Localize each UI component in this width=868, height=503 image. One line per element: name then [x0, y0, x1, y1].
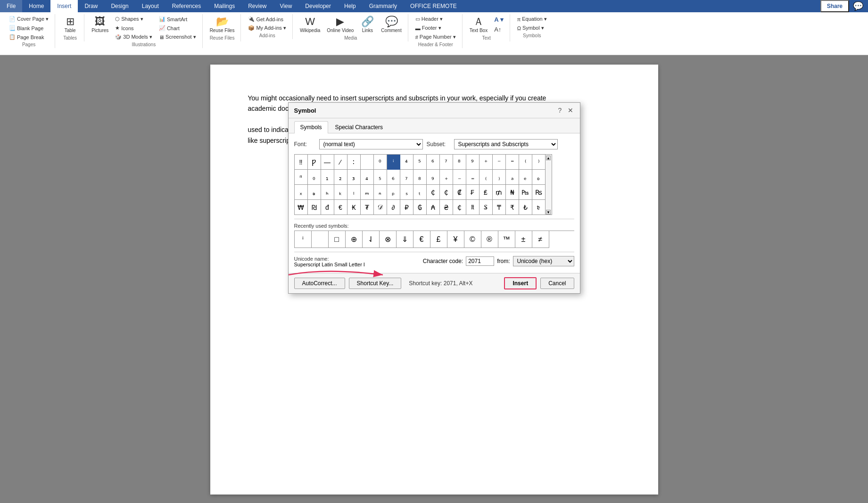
symbol-cell[interactable]: ₗ: [347, 185, 361, 200]
text-box-button[interactable]: Ａ Text Box: [467, 15, 490, 34]
symbol-cell[interactable]: ⁼: [506, 155, 519, 170]
symbol-cell[interactable]: ₈: [413, 170, 427, 185]
comment-button[interactable]: 💬 Comment: [379, 15, 404, 34]
symbol-cell[interactable]: đ: [321, 200, 334, 215]
smartart-button[interactable]: 📊 SmartArt: [157, 15, 198, 23]
symbol-cell-selected[interactable]: ⁱ: [387, 155, 400, 170]
symbol-cell[interactable]: ₑ: [519, 170, 532, 185]
recent-symbol-cell[interactable]: ⊗: [380, 231, 397, 248]
recent-symbol-cell[interactable]: [312, 231, 329, 248]
symbol-cell[interactable]: ₲: [413, 200, 427, 215]
recent-symbol-cell[interactable]: ⁱ: [295, 231, 312, 248]
symbol-cell[interactable]: ₨: [532, 185, 546, 200]
symbol-cell[interactable]: ₩: [295, 200, 308, 215]
symbol-cell[interactable]: ₙ: [374, 185, 387, 200]
reuse-files-button[interactable]: 📂 Reuse Files: [207, 15, 237, 34]
3d-models-button[interactable]: 🎲 3D Models ▾: [113, 33, 155, 41]
recent-symbol-cell[interactable]: £: [430, 231, 447, 248]
subset-select[interactable]: Superscripts and Subscripts: [454, 139, 558, 149]
online-video-button[interactable]: ▶ Online Video: [324, 15, 356, 34]
recent-symbol-cell[interactable]: ±: [515, 231, 532, 248]
symbol-cell[interactable]: ⁴: [400, 155, 413, 170]
symbol-cell[interactable]: ∕: [334, 155, 347, 170]
tab-grammarly[interactable]: Grammarly: [363, 0, 404, 12]
symbol-cell[interactable]: ₛ: [400, 185, 413, 200]
symbol-cell[interactable]: ⁸: [453, 155, 466, 170]
links-button[interactable]: 🔗 Links: [358, 15, 377, 34]
shapes-button[interactable]: ⬡ Shapes ▾: [113, 15, 155, 23]
dialog-tab-special-chars[interactable]: Special Characters: [329, 121, 389, 133]
symbol-cell[interactable]: ₋: [453, 170, 466, 185]
symbol-cell[interactable]: ₵: [453, 200, 466, 215]
symbol-cell[interactable]: ₦: [506, 185, 519, 200]
equation-button[interactable]: π Equation ▾: [515, 15, 549, 23]
dialog-close-button[interactable]: ✕: [567, 107, 574, 114]
tab-file[interactable]: File: [0, 0, 22, 12]
symbol-cell[interactable]: ⁷: [440, 155, 453, 170]
symbol-cell[interactable]: ₄: [361, 170, 374, 185]
symbol-cell[interactable]: ₭: [347, 200, 361, 215]
symbol-cell[interactable]: ₸: [493, 200, 506, 215]
symbol-cell[interactable]: ₺: [519, 200, 532, 215]
symbol-cell[interactable]: ⁰: [374, 155, 387, 170]
symbol-cell[interactable]: ₎: [493, 170, 506, 185]
footer-button[interactable]: ▬ Footer ▾: [413, 24, 458, 32]
symbol-cell[interactable]: [361, 155, 374, 170]
symbol-cell[interactable]: ₴: [440, 200, 453, 215]
autocorrect-button[interactable]: AutoCorrect...: [294, 278, 345, 289]
symbol-cell[interactable]: ⁾: [532, 155, 546, 170]
chart-button[interactable]: 📈 Chart: [157, 24, 198, 32]
dialog-help-button[interactable]: ?: [556, 107, 564, 114]
scroll-down-button[interactable]: ▼: [546, 210, 551, 214]
symbol-cell[interactable]: ₅: [374, 170, 387, 185]
symbol-cell[interactable]: ⁿ: [295, 170, 308, 185]
symbol-cell[interactable]: ₹: [506, 200, 519, 215]
recent-symbol-cell[interactable]: ™: [498, 231, 515, 248]
recent-symbol-cell[interactable]: □: [329, 231, 346, 248]
tab-layout[interactable]: Layout: [135, 0, 165, 12]
symbol-cell[interactable]: ∂: [387, 200, 400, 215]
symbol-cell[interactable]: ₤: [479, 185, 493, 200]
symbol-cell[interactable]: ₥: [493, 185, 506, 200]
font-select[interactable]: (normal text): [319, 139, 423, 149]
recent-symbol-cell[interactable]: €: [413, 231, 430, 248]
recent-symbol-cell[interactable]: ≠: [532, 231, 549, 248]
cancel-button[interactable]: Cancel: [540, 278, 574, 289]
symbol-cell[interactable]: ₡: [453, 185, 466, 200]
symbol-cell[interactable]: ₧: [519, 185, 532, 200]
tab-references[interactable]: References: [165, 0, 207, 12]
symbol-cell[interactable]: ₳: [427, 200, 440, 215]
wikipedia-button[interactable]: W Wikipedia: [298, 15, 322, 34]
page-break-button[interactable]: 📋 Page Break: [7, 33, 51, 41]
symbol-cell[interactable]: ₆: [387, 170, 400, 185]
symbol-cell[interactable]: 𝒟: [374, 200, 387, 215]
symbol-cell[interactable]: ₽: [400, 200, 413, 215]
screenshot-button[interactable]: 🖥 Screenshot ▾: [157, 33, 198, 41]
symbol-cell[interactable]: —: [321, 155, 334, 170]
symbol-cell[interactable]: ⁽: [519, 155, 532, 170]
tab-review[interactable]: Review: [241, 0, 273, 12]
recent-symbol-cell[interactable]: ¥: [447, 231, 464, 248]
symbol-grid-scrollbar[interactable]: ▲ ▼: [546, 154, 552, 215]
tab-home[interactable]: Home: [22, 0, 50, 12]
symbol-cell[interactable]: ₮: [361, 200, 374, 215]
recent-symbol-cell[interactable]: ⇃: [363, 231, 380, 248]
symbol-cell[interactable]: €: [334, 200, 347, 215]
tab-insert[interactable]: Insert: [50, 0, 78, 12]
symbol-cell[interactable]: ₕ: [321, 185, 334, 200]
recent-symbol-cell[interactable]: ®: [481, 231, 498, 248]
symbol-cell[interactable]: ₜ: [413, 185, 427, 200]
tab-developer[interactable]: Developer: [298, 0, 338, 12]
char-code-input[interactable]: [466, 256, 494, 266]
scroll-up-button[interactable]: ▲: [546, 156, 551, 160]
symbol-cell[interactable]: ₇: [400, 170, 413, 185]
symbol-cell[interactable]: ₣: [466, 185, 479, 200]
symbol-cell[interactable]: ⁹: [466, 155, 479, 170]
insert-button[interactable]: Insert: [504, 277, 537, 289]
icons-button[interactable]: ★ Icons: [113, 24, 155, 32]
symbol-cell[interactable]: ₌: [466, 170, 479, 185]
symbol-cell[interactable]: ⁶: [427, 155, 440, 170]
symbol-cell[interactable]: ₒ: [532, 170, 546, 185]
symbol-cell[interactable]: ⁺: [479, 155, 493, 170]
symbol-cell[interactable]: ‼: [295, 155, 308, 170]
